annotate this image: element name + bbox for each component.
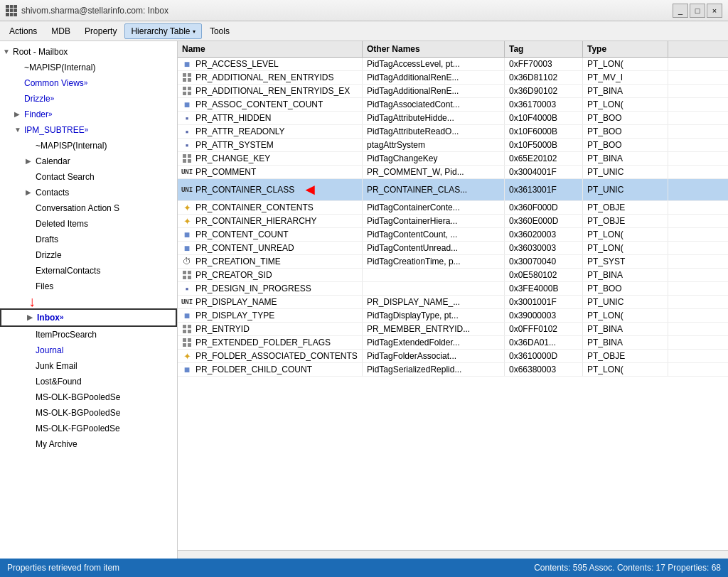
- expand-icon[interactable]: ▶: [26, 155, 36, 168]
- menu-tools[interactable]: Tools: [203, 23, 236, 39]
- tree-item-drizzle2[interactable]: Drizzle: [0, 247, 177, 263]
- tree-item-my-archive[interactable]: My Archive: [0, 436, 177, 452]
- table-row[interactable]: ▪PR_DESIGN_IN_PROGRESS0x3FE4000BPT_BOO: [178, 282, 728, 296]
- table-row[interactable]: PR_CHANGE_KEYPidTagChangeKey0x65E20102PT…: [178, 152, 728, 166]
- statusbar: Properties retrieved from item Contents:…: [0, 559, 728, 577]
- table-row[interactable]: UNIPR_DISPLAY_NAMEPR_DISPLAY_NAME_...0x3…: [178, 296, 728, 309]
- tree-item-itemprocsearch[interactable]: ItemProcSearch: [0, 327, 177, 343]
- cell-other-names: PR_MEMBER_ENTRYID...: [363, 323, 505, 335]
- cell-tag: 0x360E000D: [505, 215, 583, 227]
- table-row[interactable]: ▪PR_ATTR_SYSTEMptagAttrSystem0x10F5000BP…: [178, 139, 728, 152]
- tree-item-contacts[interactable]: ▶Contacts: [0, 185, 177, 200]
- menu-actions[interactable]: Actions: [3, 23, 43, 39]
- tree-item-label: Finder: [24, 108, 48, 121]
- table-row[interactable]: PR_EXTENDED_FOLDER_FLAGSPidTagExtendedFo…: [178, 336, 728, 350]
- menu-property[interactable]: Property: [78, 23, 123, 39]
- cell-tag: 0x36170003: [505, 98, 583, 111]
- tree-item-label: ~MAPISP(Internal): [24, 61, 95, 74]
- cell-other-names: PidTagAttributeReadO...: [363, 125, 505, 138]
- row-type-icon: ■: [182, 230, 192, 239]
- table-row[interactable]: ■PR_CONTENT_UNREADPidTagContentUnread...…: [178, 242, 728, 255]
- table-row[interactable]: ✦PR_CONTAINER_CONTENTSPidTagContainerCon…: [178, 201, 728, 215]
- cell-other-names: [363, 282, 505, 295]
- table-row[interactable]: ✦PR_CONTAINER_HIERARCHYPidTagContainerHi…: [178, 215, 728, 228]
- table-row[interactable]: ▪PR_ATTR_READONLYPidTagAttributeReadO...…: [178, 125, 728, 139]
- tree-item-label: ~MAPISP(Internal): [36, 139, 107, 152]
- tree-item-ipm-subtree[interactable]: ▼IPM_SUBTREE »: [0, 122, 177, 138]
- tree-item-drizzle[interactable]: Drizzle »: [0, 91, 177, 107]
- titlebar-left: shivom.sharma@stellarinfo.com: Inbox: [6, 5, 168, 16]
- tree-item-conversation-action[interactable]: Conversation Action S: [0, 200, 177, 216]
- expand-icon[interactable]: ▼: [3, 45, 13, 58]
- maximize-button[interactable]: □: [690, 4, 705, 18]
- tree-item-junk-email[interactable]: Junk Email: [0, 358, 177, 374]
- cell-type: PT_BINA: [583, 336, 668, 349]
- table-row[interactable]: ✦PR_FOLDER_ASSOCIATED_CONTENTSPidTagFold…: [178, 350, 728, 363]
- table-row[interactable]: UNIPR_COMMENTPR_COMMENT_W, Pid...0x30040…: [178, 166, 728, 179]
- tree-item-label: Inbox: [37, 311, 60, 324]
- cell-type: PT_SYST: [583, 255, 668, 268]
- cell-other-names: PR_COMMENT_W, Pid...: [363, 166, 505, 178]
- tree-item-mapisp-internal[interactable]: ~MAPISP(Internal): [0, 60, 177, 75]
- cell-tag: 0x36DA01...: [505, 336, 583, 349]
- minimize-button[interactable]: _: [673, 4, 688, 18]
- table-row[interactable]: ■PR_CONTENT_COUNTPidTagContentCount, ...…: [178, 228, 728, 242]
- cell-tag: 0xFF70003: [505, 58, 583, 70]
- tree-item-common-views[interactable]: Common Views »: [0, 75, 177, 91]
- svg-rect-12: [183, 271, 186, 274]
- cell-tag: 0x36D81102: [505, 71, 583, 84]
- titlebar-controls[interactable]: _ □ ×: [673, 4, 722, 18]
- svg-rect-14: [183, 276, 186, 279]
- link-icon: »: [85, 124, 89, 136]
- tree-item-ms-olk-bgpooled1[interactable]: MS-OLK-BGPooledSe: [0, 389, 177, 405]
- expand-icon[interactable]: ▶: [27, 311, 37, 324]
- tree-item-root[interactable]: ▼Root - Mailbox: [0, 44, 177, 60]
- close-button[interactable]: ×: [707, 4, 722, 18]
- table-row[interactable]: ⏱PR_CREATION_TIMEPidTagCreationTime, p..…: [178, 255, 728, 269]
- table-row[interactable]: PR_ADDITIONAL_REN_ENTRYIDSPidTagAddition…: [178, 71, 728, 85]
- tree-item-files[interactable]: Files: [0, 279, 177, 294]
- expand-icon[interactable]: ▼: [14, 124, 24, 136]
- svg-rect-15: [188, 276, 191, 279]
- tree-item-ms-olk-fgpooled[interactable]: MS-OLK-FGPooledSe: [0, 421, 177, 436]
- table-row[interactable]: PR_ADDITIONAL_REN_ENTRYIDS_EXPidTagAddit…: [178, 85, 728, 98]
- tree-item-ms-olk-bgpooled2[interactable]: MS-OLK-BGPooledSe: [0, 405, 177, 421]
- property-table-panel: Name Other Names Tag Type ■PR_ACCESS_LEV…: [178, 41, 728, 559]
- tree-item-external-contacts[interactable]: ExternalContacts: [0, 263, 177, 279]
- cell-name: ✦PR_FOLDER_ASSOCIATED_CONTENTS: [178, 350, 363, 362]
- tree-item-drafts[interactable]: Drafts: [0, 232, 177, 247]
- tree-item-lost-found[interactable]: Lost&Found: [0, 374, 177, 389]
- table-row[interactable]: ■PR_ASSOC_CONTENT_COUNTPidTagAssociatedC…: [178, 98, 728, 112]
- table-row[interactable]: ■PR_FOLDER_CHILD_COUNTPidTagSerializedRe…: [178, 363, 728, 377]
- menu-mdb[interactable]: MDB: [45, 23, 77, 39]
- cell-type: PT_BOO: [583, 125, 668, 138]
- link-icon: »: [48, 108, 53, 121]
- table-row[interactable]: PR_CREATOR_SID0x0E580102PT_BINA: [178, 269, 728, 282]
- cell-other-names: PR_CONTAINER_CLAS...: [363, 179, 505, 200]
- tree-item-calendar[interactable]: ▶Calendar: [0, 153, 177, 169]
- cell-type: PT_OBJE: [583, 215, 668, 227]
- svg-rect-23: [188, 343, 191, 347]
- expand-icon[interactable]: ▶: [26, 186, 36, 199]
- row-type-icon: ■: [182, 365, 192, 374]
- svg-rect-0: [183, 73, 186, 77]
- table-row[interactable]: UNIPR_CONTAINER_CLASS◄PR_CONTAINER_CLAS.…: [178, 179, 728, 201]
- menu-hierarchy-table[interactable]: Hierarchy Table ▾: [124, 23, 202, 39]
- tree-item-journal[interactable]: Journal: [0, 343, 177, 358]
- table-row[interactable]: ▪PR_ATTR_HIDDENPidTagAttributeHidde...0x…: [178, 112, 728, 125]
- svg-rect-13: [188, 271, 191, 274]
- tree-item-deleted-items[interactable]: Deleted Items: [0, 216, 177, 232]
- tree-item-mapisp2[interactable]: ~MAPISP(Internal): [0, 138, 177, 153]
- expand-icon[interactable]: ▶: [14, 108, 24, 121]
- cell-other-names: PidTagSerializedReplid...: [363, 363, 505, 376]
- svg-rect-10: [183, 159, 186, 163]
- cell-type: PT_UNIC: [583, 166, 668, 178]
- tree-item-contact-search[interactable]: Contact Search: [0, 169, 177, 185]
- tree-item-inbox[interactable]: ▶Inbox »: [0, 308, 177, 327]
- table-row[interactable]: ■PR_ACCESS_LEVELPidTagAccessLevel, pt...…: [178, 58, 728, 71]
- cell-name: ■PR_FOLDER_CHILD_COUNT: [178, 363, 363, 376]
- tree-item-finder[interactable]: ▶Finder »: [0, 107, 177, 122]
- horizontal-scrollbar[interactable]: [178, 550, 728, 559]
- table-row[interactable]: ■PR_DISPLAY_TYPEPidTagDisplayType, pt...…: [178, 309, 728, 323]
- table-row[interactable]: PR_ENTRYIDPR_MEMBER_ENTRYID...0x0FFF0102…: [178, 323, 728, 336]
